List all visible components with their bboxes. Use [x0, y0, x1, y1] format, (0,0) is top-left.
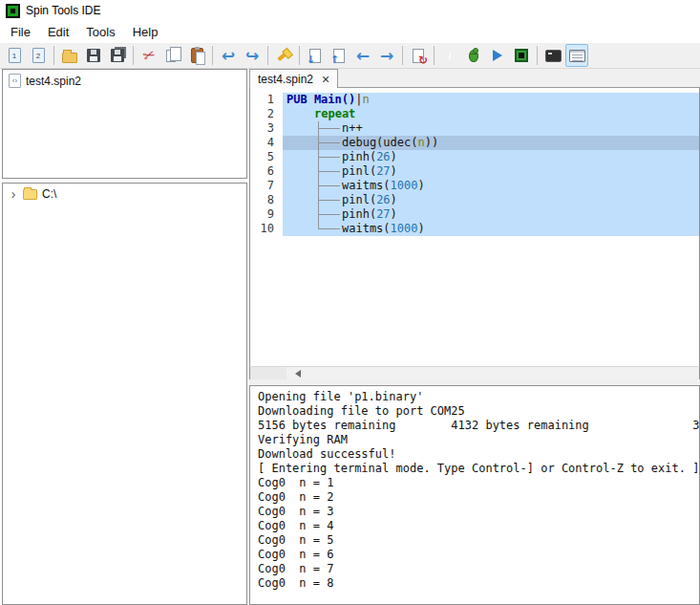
code-text: debug(udec(n)) [283, 136, 699, 150]
copy-icon [166, 50, 176, 62]
console-icon [569, 50, 585, 62]
hscrollbar-track[interactable] [286, 367, 699, 379]
toolbar-separator [299, 46, 300, 65]
open-button[interactable] [58, 44, 81, 67]
line-number: 4 [250, 136, 283, 150]
paste-icon [191, 48, 203, 63]
copy-button[interactable] [161, 44, 184, 67]
console-line: Cog0 n = 8 [258, 576, 699, 591]
toolbar-separator [402, 46, 403, 65]
code-text: pinh(27) [283, 207, 699, 222]
code-editor[interactable]: 1PUB Main()|n2repeat3n++4debug(udec(n))5… [249, 88, 700, 366]
toolbar-separator [53, 46, 54, 65]
left-column: ‹› test4.spin2 › C:\ [0, 69, 247, 605]
scroll-left-icon[interactable] [295, 370, 301, 378]
console-line: Download successful! [258, 447, 699, 462]
console-line: Cog0 n = 4 [258, 519, 699, 533]
run-button[interactable] [486, 44, 509, 67]
code-line[interactable]: 8pinl(26) [250, 193, 699, 207]
console-line: Cog0 n = 3 [258, 505, 699, 519]
document-arrow-down-icon: ↓ [309, 49, 321, 63]
open-folder-icon [62, 53, 77, 63]
open-file-item[interactable]: ‹› test4.spin2 [3, 70, 246, 92]
indent-guide [314, 121, 342, 136]
toolbar-separator [133, 46, 134, 65]
code-line[interactable]: 1PUB Main()|n [250, 93, 699, 107]
console-line: 5156 bytes remaining 4132 bytes remainin… [258, 419, 699, 433]
debug-button[interactable] [462, 44, 485, 67]
console-line: Cog0 n = 7 [258, 562, 699, 576]
indent-guide [314, 193, 342, 207]
code-line[interactable]: 9pinh(27) [250, 207, 699, 222]
indent-guide [314, 207, 342, 222]
editor-hscrollbar[interactable] [249, 366, 700, 379]
console-line: Cog0 n = 5 [258, 533, 699, 548]
refresh-document-button[interactable]: ↻ [407, 44, 430, 67]
save-icon [87, 49, 100, 62]
cut-button[interactable]: ✂ [138, 44, 160, 67]
app-window: Spin Tools IDE File Edit Tools Help 1 2 … [0, 0, 700, 605]
new-file-2-button[interactable]: 2 [27, 44, 50, 67]
indent-guide [314, 179, 342, 193]
info-button[interactable]: i [438, 44, 461, 67]
code-line[interactable]: 2repeat [250, 107, 699, 121]
save-all-button[interactable] [106, 44, 129, 67]
code-line[interactable]: 10waitms(1000) [250, 222, 699, 236]
add-document-down-button[interactable]: ↓ [304, 44, 327, 67]
menu-edit[interactable]: Edit [39, 22, 77, 42]
menu-bar: File Edit Tools Help [0, 21, 700, 43]
terminal-button[interactable] [541, 44, 564, 67]
main-area: ‹› test4.spin2 › C:\ test4.spin2 × [0, 69, 700, 605]
indent-guide [314, 136, 342, 150]
redo-button[interactable]: ↪ [241, 44, 264, 67]
chevron-right-icon[interactable]: › [9, 187, 18, 201]
code-lines: 1PUB Main()|n2repeat3n++4debug(udec(n))5… [250, 88, 699, 236]
menu-file[interactable]: File [2, 22, 39, 42]
code-text: repeat [283, 107, 699, 121]
torch-button[interactable] [272, 44, 295, 67]
tab-label: test4.spin2 [258, 73, 313, 86]
explorer-root-label: C:\ [42, 187, 56, 201]
menu-tools[interactable]: Tools [77, 22, 123, 42]
line-number: 8 [250, 193, 283, 207]
paste-button[interactable] [185, 44, 208, 67]
line-number: 3 [250, 121, 283, 136]
indent-guide [314, 164, 342, 179]
toolbar-separator [537, 46, 538, 65]
console-button[interactable] [565, 44, 588, 67]
refresh-document-icon: ↻ [413, 49, 424, 63]
document-2-icon: 2 [32, 48, 45, 63]
tab-close-icon[interactable]: × [322, 73, 329, 86]
code-line[interactable]: 4debug(udec(n)) [250, 136, 699, 150]
new-file-1-button[interactable]: 1 [3, 44, 26, 67]
save-button[interactable] [82, 44, 105, 67]
undo-icon: ↩ [222, 48, 235, 64]
editor-column: test4.spin2 × 1PUB Main()|n2repeat3n++4d… [249, 69, 700, 605]
console-line: Cog0 n = 2 [258, 490, 699, 505]
back-button[interactable]: ← [351, 44, 374, 67]
back-arrow-icon: ← [356, 48, 370, 64]
document-1-icon: 1 [9, 48, 21, 63]
redo-icon: ↪ [245, 48, 259, 64]
explorer-root-item[interactable]: › C:\ [3, 184, 246, 205]
code-line[interactable]: 5pinh(26) [250, 150, 699, 164]
console-line: Cog0 n = 1 [258, 476, 699, 490]
add-document-up-button[interactable]: ↑ [328, 44, 350, 67]
code-line[interactable]: 3n++ [250, 121, 699, 136]
play-icon [493, 50, 502, 61]
forward-button[interactable]: → [375, 44, 398, 67]
console-line: Verifying RAM [258, 433, 699, 447]
title-bar: Spin Tools IDE [0, 0, 700, 21]
program-chip-button[interactable] [510, 44, 533, 67]
code-text: pinl(26) [283, 193, 699, 207]
line-number: 2 [250, 107, 283, 121]
tab-test4-spin2[interactable]: test4.spin2 × [249, 69, 338, 88]
code-line[interactable]: 6pinl(27) [250, 164, 699, 179]
torch-icon [273, 45, 295, 67]
undo-button[interactable]: ↩ [217, 44, 240, 67]
toolbar-separator [267, 46, 268, 65]
code-line[interactable]: 7waitms(1000) [250, 179, 699, 193]
console-output: Opening file 'p1.binary'Downloading file… [249, 385, 700, 605]
menu-help[interactable]: Help [124, 22, 167, 42]
console-line: Cog0 n = 6 [258, 548, 699, 562]
